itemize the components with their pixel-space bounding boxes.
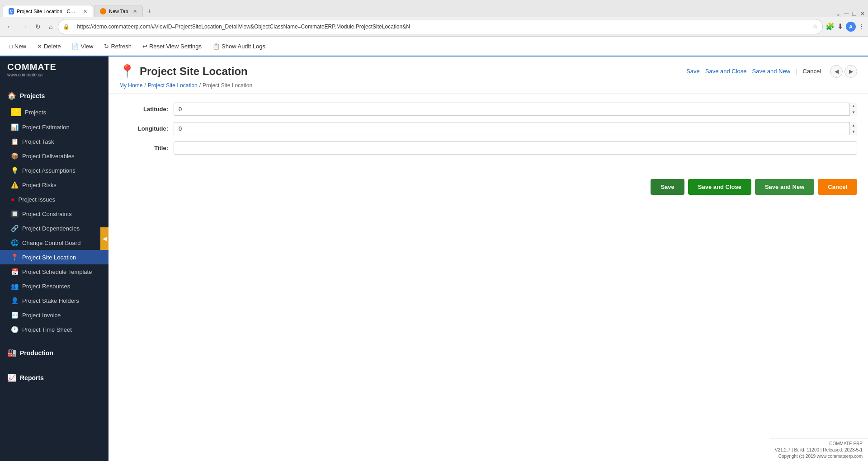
sidebar-item-project-estimation[interactable]: 📊 Project Estimation bbox=[0, 120, 108, 134]
sidebar-section-header-production[interactable]: 🏭 Production bbox=[0, 344, 108, 362]
view-button[interactable]: 📄 View bbox=[67, 40, 98, 52]
reset-view-button[interactable]: ↩ Reset View Settings bbox=[138, 40, 206, 52]
tab-active[interactable]: C Project Site Location - COMMA... ✕ bbox=[3, 5, 93, 17]
tab-inactive[interactable]: New Tab ✕ bbox=[94, 5, 143, 17]
title-input[interactable] bbox=[174, 141, 857, 155]
downloads-icon[interactable]: ⬇ bbox=[837, 22, 843, 31]
assumptions-icon: 💡 bbox=[11, 167, 19, 174]
sidebar-section-header-projects[interactable]: 🏠 Projects bbox=[0, 87, 108, 104]
invoice-label: Project Invoice bbox=[22, 312, 61, 319]
sidebar-item-project-schedule-template[interactable]: 📅 Project Schedule Template bbox=[0, 264, 108, 279]
sidebar-item-project-assumptions[interactable]: 💡 Project Assumptions bbox=[0, 163, 108, 178]
breadcrumb-sep-2: / bbox=[199, 82, 201, 89]
home-button[interactable]: ⌂ bbox=[46, 21, 55, 32]
tab-right-controls: ⌄ ─ □ ✕ bbox=[835, 10, 865, 17]
main-content: 📍 Project Site Location Save Save and Cl… bbox=[108, 56, 868, 461]
breadcrumb-list[interactable]: Project Site Location bbox=[148, 82, 198, 89]
sidebar-item-project-timesheet[interactable]: 🕐 Project Time Sheet bbox=[0, 322, 108, 337]
extensions-icon[interactable]: 🧩 bbox=[826, 22, 835, 31]
schedule-icon: 📅 bbox=[11, 268, 19, 275]
projects-label: Projects bbox=[25, 109, 46, 116]
header-save-link[interactable]: Save bbox=[686, 68, 700, 75]
page-title-actions: Save Save and Close Save and New | Cance… bbox=[686, 65, 857, 78]
sidebar: COMMATE www.commate.ca 🏠 Projects ⭐ Proj… bbox=[0, 56, 108, 461]
page-title-row: 📍 Project Site Location Save Save and Cl… bbox=[119, 64, 857, 79]
sidebar-section-projects: 🏠 Projects ⭐ Projects 📊 Project Estimati… bbox=[0, 83, 108, 340]
latitude-spinner: ▲ ▼ bbox=[849, 103, 857, 116]
sidebar-item-project-resources[interactable]: 👥 Project Resources bbox=[0, 279, 108, 293]
menu-icon[interactable]: ⋮ bbox=[859, 23, 864, 30]
refresh-button[interactable]: ↻ Refresh bbox=[99, 40, 136, 52]
close-button[interactable]: ✕ bbox=[860, 10, 865, 17]
breadcrumb-home[interactable]: My Home bbox=[119, 82, 142, 89]
tab-favicon-2 bbox=[100, 8, 106, 14]
sidebar-item-project-risks[interactable]: ⚠️ Project Risks bbox=[0, 178, 108, 192]
new-icon: □ bbox=[9, 43, 13, 50]
reset-icon: ↩ bbox=[142, 43, 147, 50]
longitude-input[interactable] bbox=[174, 122, 857, 135]
sidebar-item-projects[interactable]: ⭐ Projects bbox=[0, 104, 108, 120]
sidebar-item-project-deliverables[interactable]: 📦 Project Deliverables bbox=[0, 149, 108, 163]
reload-button[interactable]: ↻ bbox=[33, 21, 43, 32]
page-title: Project Site Location bbox=[140, 65, 248, 78]
prev-record-button[interactable]: ◀ bbox=[830, 65, 843, 78]
address-input[interactable] bbox=[72, 21, 810, 32]
sidebar-item-project-stakeholders[interactable]: 👤 Project Stake Holders bbox=[0, 293, 108, 308]
sidebar-item-project-task[interactable]: 📋 Project Task bbox=[0, 134, 108, 149]
sidebar-collapse-button[interactable]: ◀ bbox=[100, 227, 108, 250]
latitude-down[interactable]: ▼ bbox=[850, 109, 857, 116]
audit-button[interactable]: 📋 Show Audit Logs bbox=[208, 40, 270, 52]
sidebar-item-project-constraints[interactable]: 🔲 Project Constraints bbox=[0, 207, 108, 221]
profile-icon[interactable]: A bbox=[846, 22, 856, 32]
sidebar-item-project-dependencies[interactable]: 🔗 Project Dependencies bbox=[0, 221, 108, 235]
sidebar-item-project-issues[interactable]: ● Project Issues bbox=[0, 192, 108, 207]
header-save-new-link[interactable]: Save and New bbox=[752, 68, 791, 75]
sidebar-item-change-control-board[interactable]: 🌐 Change Control Board bbox=[0, 235, 108, 250]
reset-view-label: Reset View Settings bbox=[149, 43, 202, 50]
header-save-close-link[interactable]: Save and Close bbox=[705, 68, 747, 75]
longitude-up[interactable]: ▲ bbox=[850, 122, 857, 129]
refresh-label: Refresh bbox=[111, 43, 132, 50]
sidebar-item-project-site-location[interactable]: 📍 Project Site Location bbox=[0, 250, 108, 264]
maximize-button[interactable]: □ bbox=[853, 10, 856, 17]
tab-close-2[interactable]: ✕ bbox=[133, 9, 137, 14]
browser-chrome: C Project Site Location - COMMA... ✕ New… bbox=[0, 0, 868, 37]
bookmark-icon[interactable]: ☆ bbox=[812, 23, 818, 30]
tab-dropdown-icon[interactable]: ⌄ bbox=[835, 10, 841, 17]
breadcrumb: My Home / Project Site Location / Projec… bbox=[119, 81, 857, 89]
header-cancel-link[interactable]: Cancel bbox=[803, 68, 821, 75]
sidebar-item-project-invoice[interactable]: 🧾 Project Invoice bbox=[0, 308, 108, 322]
new-record-button[interactable]: □ New bbox=[5, 40, 31, 52]
production-section-icon: 🏭 bbox=[7, 348, 16, 357]
page-header: 📍 Project Site Location Save Save and Cl… bbox=[108, 56, 868, 94]
stakeholders-icon: 👤 bbox=[11, 297, 19, 304]
risks-label: Project Risks bbox=[22, 182, 57, 188]
projects-icon: ⭐ bbox=[11, 108, 21, 116]
schedule-label: Project Schedule Template bbox=[22, 268, 92, 275]
save-new-button[interactable]: Save and New bbox=[755, 179, 814, 195]
invoice-icon: 🧾 bbox=[11, 311, 19, 319]
tab-close-1[interactable]: ✕ bbox=[83, 9, 87, 14]
latitude-up[interactable]: ▲ bbox=[850, 103, 857, 109]
refresh-icon: ↻ bbox=[104, 43, 109, 50]
cancel-button[interactable]: Cancel bbox=[818, 179, 857, 195]
version-line2: V21.2.7 | Build: 11200 | Released: 2023-… bbox=[775, 447, 863, 453]
site-location-icon: 📍 bbox=[11, 254, 19, 261]
minimize-button[interactable]: ─ bbox=[844, 10, 849, 17]
save-button[interactable]: Save bbox=[651, 179, 684, 195]
longitude-down[interactable]: ▼ bbox=[850, 129, 857, 136]
new-tab-button[interactable]: + bbox=[144, 5, 155, 17]
latitude-input[interactable] bbox=[174, 103, 857, 116]
back-button[interactable]: ← bbox=[4, 21, 15, 32]
site-location-label: Project Site Location bbox=[22, 254, 76, 261]
tab-label-1: Project Site Location - COMMA... bbox=[17, 9, 79, 14]
delete-button[interactable]: ✕ Delete bbox=[33, 40, 66, 52]
forward-button[interactable]: → bbox=[18, 21, 30, 32]
constraints-icon: 🔲 bbox=[11, 210, 19, 217]
app-layout: COMMATE www.commate.ca 🏠 Projects ⭐ Proj… bbox=[0, 56, 868, 461]
stakeholders-label: Project Stake Holders bbox=[22, 297, 79, 304]
view-label: View bbox=[80, 43, 93, 50]
next-record-button[interactable]: ▶ bbox=[844, 65, 857, 78]
save-close-button[interactable]: Save and Close bbox=[688, 179, 751, 195]
sidebar-section-header-reports[interactable]: 📈 Reports bbox=[0, 369, 108, 386]
